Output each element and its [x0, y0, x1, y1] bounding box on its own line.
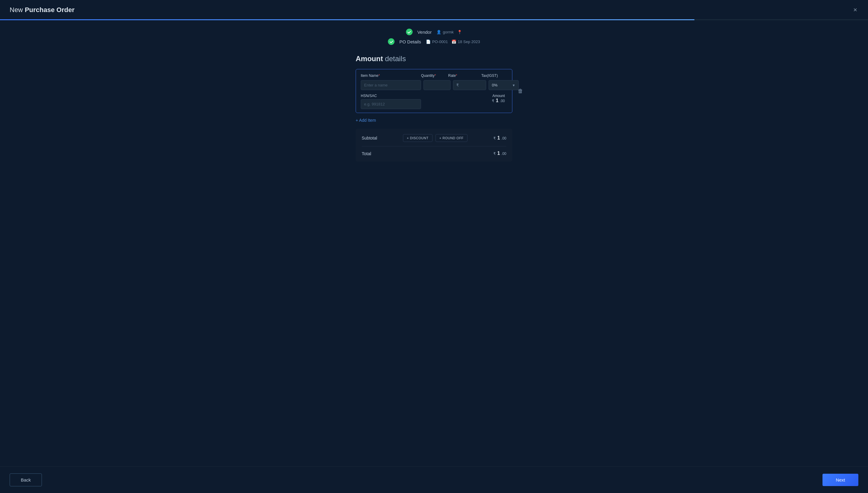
progress-bar-fill — [0, 19, 694, 20]
step-vendor: Vendor 👤 gormk 📍 — [406, 29, 462, 35]
table-row: 1 ₹ 1 0% ▼ — [356, 80, 512, 94]
subtotal-bold: 1 — [497, 135, 500, 141]
progress-bar-wrap — [0, 19, 868, 20]
step-label-vendor: Vendor — [417, 29, 432, 35]
item-table: Item Name* Quantity* Rate* Tax(IGST) 1 — [356, 69, 512, 113]
step-po-details: PO Details 📄 PO-0001 📅 18 Sep 2023 — [388, 38, 480, 45]
calendar-icon: 📅 — [452, 40, 456, 44]
subtotal-row: Subtotal + DISCOUNT + ROUND OFF ₹ 1 .00 — [362, 134, 506, 147]
total-label: Total — [362, 151, 371, 156]
user-icon: 👤 — [436, 30, 441, 34]
col-quantity: Quantity* — [421, 73, 448, 78]
step-check-vendor — [406, 29, 413, 35]
po-doc-meta: 📄 PO-0001 — [426, 40, 448, 44]
quantity-input[interactable]: 1 — [424, 80, 451, 90]
back-button[interactable]: Back — [9, 473, 42, 486]
location-icon: 📍 — [457, 30, 462, 34]
discount-button[interactable]: + DISCOUNT — [403, 134, 433, 142]
roundoff-button[interactable]: + ROUND OFF — [435, 134, 468, 142]
amount-title-light: details — [383, 55, 406, 63]
rate-input-wrap: ₹ 1 — [453, 80, 486, 90]
delete-item-button[interactable]: 🗑 — [517, 87, 524, 95]
item-table-container: Item Name* Quantity* Rate* Tax(IGST) 1 — [356, 69, 512, 113]
rate-input[interactable]: 1 — [460, 81, 483, 90]
po-calendar-meta: 📅 18 Sep 2023 — [452, 40, 480, 44]
total-value: ₹ 1 .00 — [493, 151, 507, 156]
hsn-input[interactable] — [361, 99, 421, 109]
amount-section: Amount details Item Name* Quantity* Rate… — [0, 45, 868, 467]
tax-select[interactable]: 0% ▼ — [489, 80, 519, 90]
amount-display: ₹ 1 .00 — [492, 98, 505, 103]
vendor-user-text: gormk — [443, 30, 454, 34]
subtotal-label: Subtotal — [362, 135, 377, 141]
totals-section: Subtotal + DISCOUNT + ROUND OFF ₹ 1 .00 … — [356, 129, 512, 162]
vendor-location-meta: 📍 — [457, 30, 462, 34]
subtotal-actions: + DISCOUNT + ROUND OFF — [403, 134, 468, 142]
total-rupee: ₹ — [493, 152, 496, 156]
modal-container: New Purchase Order × Vendor 👤 gormk 📍 — [0, 0, 868, 493]
col-rate: Rate* — [448, 73, 481, 78]
col-tax: Tax(IGST) — [481, 73, 512, 78]
step-meta-po: 📄 PO-0001 📅 18 Sep 2023 — [426, 40, 480, 44]
close-button[interactable]: × — [852, 5, 859, 15]
rate-symbol: ₹ — [456, 83, 459, 87]
total-small: .00 — [501, 152, 506, 156]
item-name-input[interactable] — [361, 80, 421, 90]
steps-section: Vendor 👤 gormk 📍 PO Details — [0, 29, 868, 45]
vendor-user-meta: 👤 gormk — [436, 30, 454, 34]
step-label-po: PO Details — [399, 39, 421, 44]
hsn-col: HSN/SAC — [361, 94, 421, 109]
total-bold: 1 — [497, 151, 500, 156]
title-main: Purchase Order — [25, 6, 74, 14]
amount-bold: 1 — [496, 98, 499, 103]
amount-title: Amount details — [356, 55, 406, 63]
title-prefix: New — [9, 6, 25, 14]
table-header: Item Name* Quantity* Rate* Tax(IGST) — [356, 69, 512, 80]
delete-icon-wrap: 🗑 — [517, 87, 524, 95]
doc-icon: 📄 — [426, 40, 431, 44]
po-number-text: PO-0001 — [432, 40, 448, 44]
modal-title: New Purchase Order — [9, 6, 74, 14]
col-item-name: Item Name* — [361, 73, 421, 78]
modal-footer: Back Next — [0, 467, 868, 493]
amount-rupee: ₹ — [492, 99, 494, 103]
po-date-text: 18 Sep 2023 — [458, 40, 480, 44]
tax-value: 0% — [492, 81, 512, 90]
step-check-po — [388, 38, 394, 45]
subtotal-rupee: ₹ — [493, 136, 496, 141]
hsn-row: HSN/SAC Amount ₹ 1 .00 — [356, 94, 512, 113]
next-button[interactable]: Next — [823, 474, 859, 486]
amount-label: Amount — [493, 94, 505, 98]
modal-header: New Purchase Order × — [0, 0, 868, 15]
add-item-row: + Add Item — [356, 116, 376, 124]
hsn-label: HSN/SAC — [361, 94, 421, 98]
add-item-button[interactable]: + Add Item — [356, 116, 376, 124]
subtotal-small: .00 — [501, 136, 506, 141]
step-meta-vendor: 👤 gormk 📍 — [436, 30, 462, 34]
subtotal-value: ₹ 1 .00 — [493, 135, 507, 141]
chevron-down-icon: ▼ — [512, 84, 515, 87]
amount-small: .00 — [500, 99, 505, 103]
amount-title-bold: Amount — [356, 55, 383, 63]
total-row: Total ₹ 1 .00 — [362, 147, 506, 156]
amount-col: Amount ₹ 1 .00 — [424, 94, 507, 103]
